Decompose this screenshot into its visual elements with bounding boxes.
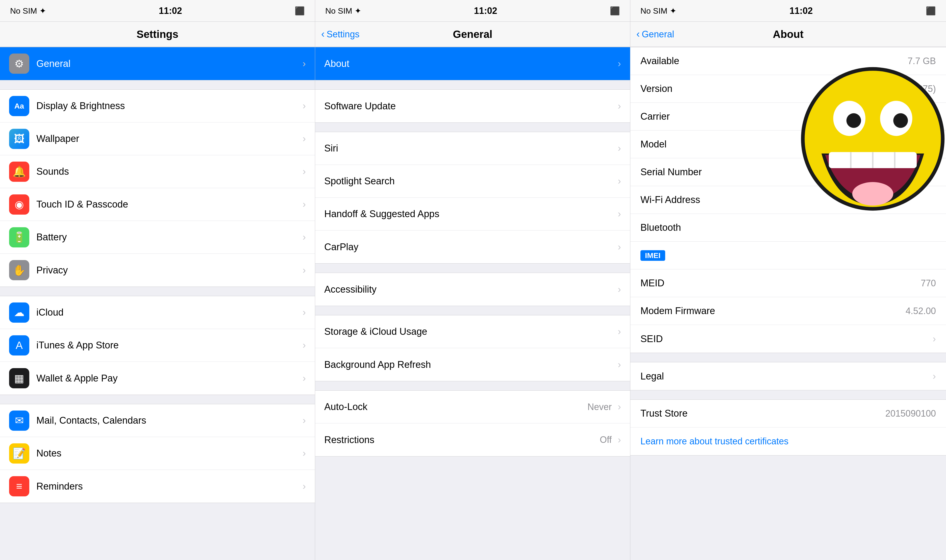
general-item-storage[interactable]: Storage & iCloud Usage › xyxy=(315,315,630,348)
display-icon: Aa xyxy=(9,96,29,116)
itunes-label: iTunes & App Store xyxy=(36,340,300,351)
available-value: 7.7 GB xyxy=(908,56,936,66)
general-item-autolock[interactable]: Auto-Lock Never › xyxy=(315,391,630,423)
sidebar-item-touchid[interactable]: ◉ Touch ID & Passcode › xyxy=(0,188,315,221)
battery-label: Battery xyxy=(36,232,300,243)
status-bar-mid: No SIM ✦ 11:02 ⬛ xyxy=(315,0,630,22)
section-gap-2 xyxy=(0,287,315,296)
section-software: Software Update › xyxy=(315,89,630,123)
notes-label: Notes xyxy=(36,448,300,459)
back-button-mid[interactable]: ‹ Settings xyxy=(321,29,359,40)
legal-label: Legal xyxy=(640,371,931,382)
sidebar-item-notes[interactable]: 📝 Notes › xyxy=(0,437,315,470)
section-general: ⚙ General › xyxy=(0,47,315,80)
status-left-right: No SIM ✦ xyxy=(640,6,677,15)
right-pupil xyxy=(893,113,908,128)
general-item-siri[interactable]: Siri › xyxy=(315,132,630,165)
chevron-icon: › xyxy=(618,101,621,112)
section-storage: Storage & iCloud Usage › Background App … xyxy=(315,315,630,381)
status-right-right: ⬛ xyxy=(926,6,936,15)
about-item-modem: Modem Firmware 4.52.00 xyxy=(630,297,946,325)
settings-list: ⚙ General › Aa Display & Brightness › 🖼 … xyxy=(0,47,315,560)
general-item-bgrefresh[interactable]: Background App Refresh › xyxy=(315,348,630,381)
chevron-icon: › xyxy=(303,448,306,459)
sidebar-item-sounds[interactable]: 🔔 Sounds › xyxy=(0,155,315,188)
general-label: General xyxy=(36,58,300,69)
meid-label: MEID xyxy=(640,278,921,289)
nav-bar-right: ‹ General About xyxy=(630,22,946,47)
chevron-icon: › xyxy=(618,359,621,370)
truststore-value: 2015090100 xyxy=(885,408,936,419)
section-trust: Trust Store 2015090100 Learn more about … xyxy=(630,399,946,455)
available-label: Available xyxy=(640,55,908,66)
seid-chevron: › xyxy=(933,334,936,345)
privacy-icon: ✋ xyxy=(9,260,29,280)
chevron-icon: › xyxy=(303,340,306,351)
modem-label: Modem Firmware xyxy=(640,306,906,316)
sidebar-item-mail[interactable]: ✉ Mail, Contacts, Calendars › xyxy=(0,404,315,437)
general-item-accessibility[interactable]: Accessibility › xyxy=(315,273,630,306)
spotlight-label: Spotlight Search xyxy=(324,176,616,186)
gap-1 xyxy=(315,80,630,89)
time-right: 11:02 xyxy=(789,6,813,16)
sidebar-item-general[interactable]: ⚙ General › xyxy=(0,47,315,80)
gap-4 xyxy=(315,306,630,315)
truststore-label: Trust Store xyxy=(640,408,885,419)
sidebar-item-icloud[interactable]: ☁ iCloud › xyxy=(0,296,315,329)
chevron-icon: › xyxy=(303,166,306,177)
general-item-spotlight[interactable]: Spotlight Search › xyxy=(315,165,630,198)
chevron-icon: › xyxy=(618,143,621,154)
sounds-label: Sounds xyxy=(36,166,300,177)
sidebar-item-wallet[interactable]: ▦ Wallet & Apple Pay › xyxy=(0,362,315,395)
general-item-restrictions[interactable]: Restrictions Off › xyxy=(315,423,630,456)
chevron-icon: › xyxy=(618,284,621,295)
battery-icon-left: ⬛ xyxy=(295,6,305,15)
privacy-label: Privacy xyxy=(36,265,300,276)
section-accessibility: Accessibility › xyxy=(315,273,630,306)
sidebar-item-reminders[interactable]: ≡ Reminders › xyxy=(0,470,315,503)
section-gap-1 xyxy=(0,80,315,89)
section-cloud: ☁ iCloud › A iTunes & App Store › ▦ Wall… xyxy=(0,296,315,395)
chevron-icon: › xyxy=(303,265,306,276)
time-left: 11:02 xyxy=(159,6,182,16)
back-label-mid: Settings xyxy=(326,29,359,40)
tongue xyxy=(852,182,893,206)
imei-badge: IMEI xyxy=(640,250,665,261)
gap-3 xyxy=(315,264,630,273)
sidebar-item-privacy[interactable]: ✋ Privacy › xyxy=(0,254,315,286)
chevron-icon: › xyxy=(303,415,306,426)
general-list: About › Software Update › Siri › Spotlig… xyxy=(315,47,630,560)
sidebar-item-display[interactable]: Aa Display & Brightness › xyxy=(0,90,315,122)
section-apps: ✉ Mail, Contacts, Calendars › 📝 Notes › … xyxy=(0,404,315,503)
general-item-handoff[interactable]: Handoff & Suggested Apps › xyxy=(315,198,630,231)
settings-panel: No SIM ✦ 11:02 ⬛ Settings ⚙ General › Aa… xyxy=(0,0,315,560)
storage-label: Storage & iCloud Usage xyxy=(324,326,616,337)
gap-2 xyxy=(315,123,630,132)
reminders-icon: ≡ xyxy=(9,476,29,496)
bgrefresh-label: Background App Refresh xyxy=(324,359,616,370)
itunes-icon: A xyxy=(9,335,29,355)
nav-bar-mid: ‹ Settings General xyxy=(315,22,630,47)
general-item-carplay[interactable]: CarPlay › xyxy=(315,231,630,263)
back-button-right[interactable]: ‹ General xyxy=(637,29,674,40)
about-label: About xyxy=(324,58,616,69)
about-item-bluetooth: Bluetooth xyxy=(630,214,946,242)
sidebar-item-itunes[interactable]: A iTunes & App Store › xyxy=(0,329,315,362)
touchid-label: Touch ID & Passcode xyxy=(36,199,300,210)
sidebar-item-battery[interactable]: 🔋 Battery › xyxy=(0,221,315,254)
seid-label: SEID xyxy=(640,334,931,345)
general-panel: No SIM ✦ 11:02 ⬛ ‹ Settings General Abou… xyxy=(315,0,630,560)
about-gap-2 xyxy=(630,390,946,399)
general-item-software[interactable]: Software Update › xyxy=(315,90,630,122)
left-pupil xyxy=(846,113,861,128)
autolock-value: Never xyxy=(588,402,612,412)
about-item-seid[interactable]: SEID › xyxy=(630,325,946,353)
chevron-icon: › xyxy=(618,402,621,412)
sidebar-item-wallpaper[interactable]: 🖼 Wallpaper › xyxy=(0,122,315,155)
status-right-left: ⬛ xyxy=(295,6,305,15)
about-item-trusted-certs[interactable]: Learn more about trusted certificates xyxy=(630,428,946,455)
chevron-icon: › xyxy=(303,481,306,492)
trusted-certs-link[interactable]: Learn more about trusted certificates xyxy=(640,436,788,447)
general-item-about[interactable]: About › xyxy=(315,47,630,80)
about-item-legal[interactable]: Legal › xyxy=(630,362,946,390)
